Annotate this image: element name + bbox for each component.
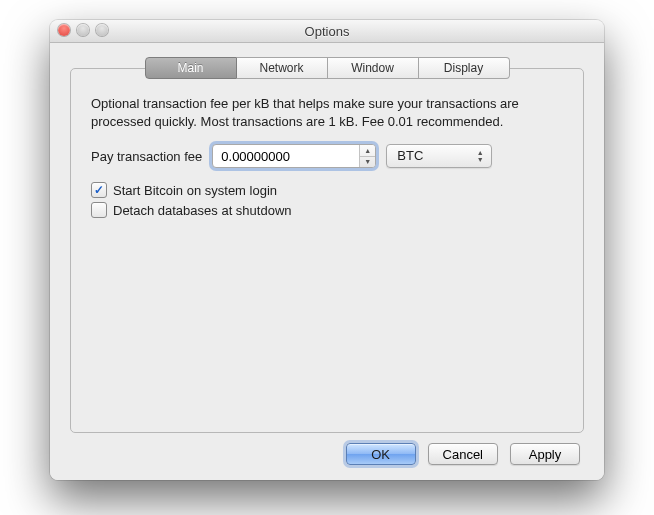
- zoom-icon[interactable]: [96, 24, 108, 36]
- fee-step-up-icon[interactable]: ▲: [360, 145, 375, 157]
- fee-spinbox: ▲ ▼: [212, 144, 376, 168]
- checkbox-row-start-login: Start Bitcoin on system login: [91, 182, 563, 198]
- checkbox-detach-db-label: Detach databases at shutdown: [113, 203, 292, 218]
- tab-panel-main: Optional transaction fee per kB that hel…: [70, 68, 584, 433]
- tab-window[interactable]: Window: [328, 57, 419, 79]
- fee-label: Pay transaction fee: [91, 149, 202, 164]
- window-controls: [58, 24, 108, 36]
- checkbox-row-detach-db: Detach databases at shutdown: [91, 202, 563, 218]
- tab-display[interactable]: Display: [419, 57, 510, 79]
- minimize-icon[interactable]: [77, 24, 89, 36]
- chevron-up-down-icon: ▲▼: [475, 145, 485, 167]
- checkbox-start-login-label: Start Bitcoin on system login: [113, 183, 277, 198]
- options-window: Options Main Network Window Display Opti…: [50, 20, 604, 480]
- close-icon[interactable]: [58, 24, 70, 36]
- tab-bar: Main Network Window Display: [70, 57, 584, 79]
- ok-button[interactable]: OK: [346, 443, 416, 465]
- fee-input[interactable]: [213, 145, 359, 167]
- checkbox-start-login[interactable]: [91, 182, 107, 198]
- fee-stepper: ▲ ▼: [359, 145, 375, 167]
- tab-network[interactable]: Network: [237, 57, 328, 79]
- fee-step-down-icon[interactable]: ▼: [360, 157, 375, 168]
- currency-select[interactable]: BTC ▲▼: [386, 144, 492, 168]
- tab-main[interactable]: Main: [145, 57, 237, 79]
- fee-description: Optional transaction fee per kB that hel…: [91, 95, 563, 130]
- cancel-button[interactable]: Cancel: [428, 443, 498, 465]
- apply-button[interactable]: Apply: [510, 443, 580, 465]
- currency-select-value: BTC: [397, 148, 423, 163]
- fee-row: Pay transaction fee ▲ ▼ BTC ▲▼: [91, 144, 565, 168]
- dialog-buttons: OK Cancel Apply: [70, 433, 584, 465]
- checkbox-detach-db[interactable]: [91, 202, 107, 218]
- window-title: Options: [305, 24, 350, 39]
- titlebar: Options: [50, 20, 604, 43]
